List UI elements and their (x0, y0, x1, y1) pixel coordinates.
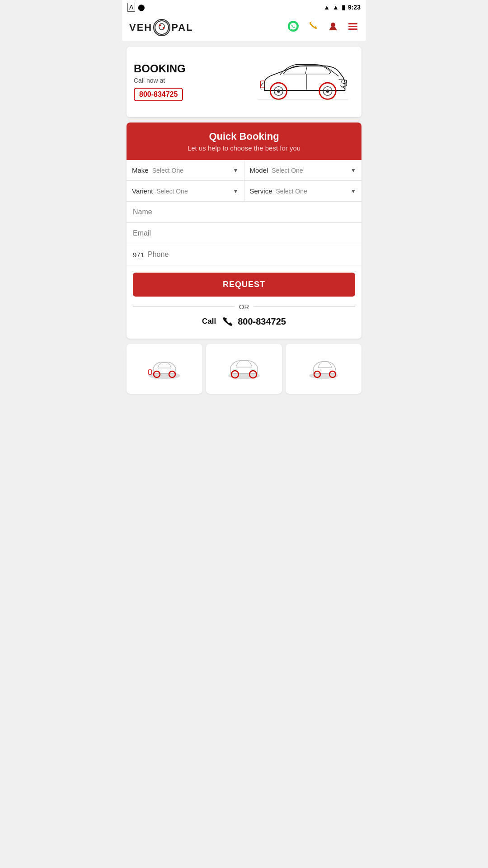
svg-point-14 (326, 90, 329, 93)
quick-booking-subtitle: Let us help to choose the best for you (134, 144, 354, 152)
navbar: VEH PAL (122, 14, 366, 41)
bottom-cards-row (127, 344, 361, 394)
status-right-icons: ▲ ▲ ▮ 9:23 (324, 4, 361, 11)
logo-veh: VEH (129, 22, 152, 33)
email-input[interactable] (133, 229, 355, 237)
svg-rect-22 (149, 370, 151, 374)
call-label: Call (202, 317, 216, 326)
signal-icon: ▲ (333, 4, 339, 11)
email-row (127, 223, 361, 244)
form-actions: REQUEST OR Call 800-834725 (127, 265, 361, 339)
request-button[interactable]: REQUEST (133, 273, 355, 297)
quick-booking-title: Quick Booking (134, 131, 354, 142)
quick-booking-header: Quick Booking Let us help to choose the … (127, 123, 361, 160)
make-select-wrapper: Select One ▼ (152, 167, 239, 174)
or-line-left (133, 307, 235, 307)
car-illustration (255, 54, 354, 110)
logo: VEH PAL (129, 19, 193, 36)
card-preview-left (127, 344, 202, 394)
or-divider: OR (133, 303, 355, 311)
variant-select-wrapper: Select One ▼ (156, 188, 238, 195)
booking-title: BOOKING (134, 62, 186, 75)
status-left-icons: A ⬤ (127, 3, 145, 12)
card-preview-center (206, 344, 282, 394)
variant-cell: Varient Select One ▼ (127, 181, 244, 201)
quick-booking-section: Quick Booking Let us help to choose the … (127, 123, 361, 339)
variant-label: Varient (132, 187, 153, 195)
call-number[interactable]: 800-834725 (238, 316, 286, 327)
make-model-row: Make Select One ▼ Model Select One ▼ (127, 160, 361, 181)
name-input[interactable] (133, 208, 355, 216)
keyboard-icon: A (127, 3, 135, 12)
model-select-wrapper: Select One ▼ (272, 167, 356, 174)
logo-circle (153, 19, 170, 36)
circle-icon: ⬤ (138, 4, 145, 11)
service-select-wrapper: Select One ▼ (276, 188, 356, 195)
phone-icon[interactable] (307, 20, 319, 35)
card-image-right (286, 344, 361, 394)
model-label: Model (250, 166, 268, 174)
service-label: Service (250, 187, 272, 195)
user-icon[interactable] (327, 20, 339, 35)
make-label: Make (132, 166, 149, 174)
booking-banner: BOOKING Call now at 800-834725 (127, 47, 361, 117)
menu-icon[interactable] (347, 20, 359, 35)
or-line-right (253, 307, 355, 307)
svg-point-2 (159, 24, 161, 26)
time-display: 9:23 (348, 4, 361, 11)
make-select[interactable]: Select One (152, 167, 239, 174)
call-phone-icon (221, 315, 233, 328)
logo-pal: PAL (171, 22, 193, 33)
or-text: OR (239, 303, 249, 311)
service-select[interactable]: Select One (276, 188, 356, 195)
svg-rect-8 (348, 28, 357, 30)
booking-text: BOOKING Call now at 800-834725 (134, 62, 186, 101)
card-image-left (127, 344, 202, 394)
svg-point-3 (163, 27, 164, 29)
nav-icons (287, 20, 359, 35)
phone-input[interactable] (148, 250, 355, 259)
variant-service-row: Varient Select One ▼ Service Select One … (127, 181, 361, 202)
call-row: Call 800-834725 (133, 315, 355, 334)
variant-select[interactable]: Select One (156, 188, 238, 195)
svg-rect-7 (348, 26, 357, 27)
model-select[interactable]: Select One (272, 167, 356, 174)
svg-rect-6 (348, 23, 357, 24)
wifi-icon: ▲ (324, 4, 330, 11)
booking-phone[interactable]: 800-834725 (134, 88, 183, 101)
phone-row: 971 (127, 244, 361, 265)
card-image-center (206, 344, 282, 394)
model-cell: Model Select One ▼ (244, 160, 362, 180)
service-cell: Service Select One ▼ (244, 181, 362, 201)
svg-point-5 (331, 23, 335, 27)
booking-form: Make Select One ▼ Model Select One ▼ (127, 160, 361, 339)
make-cell: Make Select One ▼ (127, 160, 244, 180)
svg-point-17 (277, 90, 280, 93)
svg-point-0 (155, 21, 169, 34)
phone-prefix: 971 (133, 251, 144, 259)
booking-subtitle: Call now at (134, 77, 186, 84)
name-row (127, 202, 361, 223)
battery-icon: ▮ (342, 4, 345, 11)
card-preview-right (286, 344, 361, 394)
whatsapp-icon[interactable] (287, 20, 299, 35)
status-bar: A ⬤ ▲ ▲ ▮ 9:23 (122, 0, 366, 14)
